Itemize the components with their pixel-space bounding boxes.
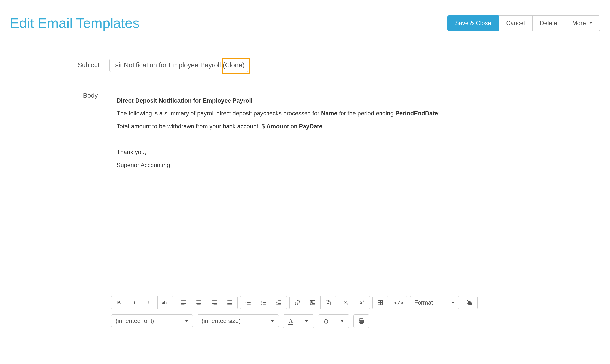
subscript-button[interactable]: x2 [339, 296, 354, 309]
subject-input[interactable] [109, 59, 248, 72]
svg-point-17 [245, 302, 246, 303]
page-title: Edit Email Templates [10, 15, 140, 31]
clear-formatting-button[interactable] [462, 296, 477, 309]
highlight-color-button[interactable] [318, 315, 334, 328]
drop-icon [323, 318, 329, 324]
format-select-label: Format [414, 299, 433, 306]
code-group: </> [391, 296, 407, 309]
highlight-color-group [318, 314, 349, 328]
text-style-group: B I U abc [111, 296, 173, 309]
number-list-icon: 123 [260, 299, 267, 306]
font-color-group: A [283, 314, 314, 328]
font-color-menu-button[interactable] [299, 315, 314, 328]
strikethrough-button[interactable]: abc [157, 296, 173, 309]
font-color-button[interactable]: A [283, 315, 299, 328]
align-group [176, 296, 238, 309]
table-button[interactable] [373, 296, 388, 309]
align-right-button[interactable] [207, 296, 222, 309]
more-button[interactable]: More [565, 15, 600, 31]
header-action-group: Save & Close Cancel Delete More [447, 15, 600, 31]
font-size-label: (inherited size) [202, 317, 241, 324]
file-button[interactable] [320, 296, 336, 309]
form-area: Subject Body Direct Deposit Notification… [0, 41, 596, 359]
font-family-label: (inherited font) [116, 317, 154, 324]
superscript-button[interactable]: x2 [354, 296, 370, 309]
font-family-select[interactable]: (inherited font) [111, 314, 193, 327]
underline-button[interactable]: U [142, 296, 157, 309]
editor-content[interactable]: Direct Deposit Notification for Employee… [110, 91, 584, 292]
image-icon [309, 299, 316, 306]
print-group [353, 314, 369, 328]
save-close-button[interactable]: Save & Close [447, 15, 499, 31]
table-group [372, 296, 388, 309]
subject-label: Subject [10, 59, 109, 69]
number-list-button[interactable]: 123 [256, 296, 271, 309]
subject-input-wrap [109, 59, 248, 72]
align-left-icon [180, 299, 187, 306]
caret-down-icon [185, 320, 188, 322]
body-line2a: Total amount to be withdrawn from your b… [117, 123, 267, 130]
link-button[interactable] [290, 296, 305, 309]
clear-format-icon [466, 299, 473, 306]
indent-button[interactable] [271, 296, 287, 309]
align-justify-icon [227, 299, 233, 306]
italic-button[interactable]: I [127, 296, 142, 309]
align-justify-button[interactable] [222, 296, 237, 309]
caret-down-icon [589, 22, 592, 24]
body-label: Body [10, 89, 108, 99]
svg-point-18 [245, 304, 246, 305]
subject-row: Subject [10, 59, 586, 72]
body-line2c: . [322, 123, 324, 130]
body-line2b: on [289, 123, 299, 130]
svg-point-16 [245, 301, 246, 301]
align-center-icon [196, 299, 202, 306]
print-button[interactable] [354, 315, 369, 328]
file-icon [325, 299, 331, 306]
body-line1a: The following is a summary of payroll di… [117, 110, 321, 117]
rich-text-editor: Direct Deposit Notification for Employee… [108, 89, 586, 331]
body-signature: Superior Accounting [117, 162, 577, 169]
caret-down-icon [451, 302, 455, 304]
highlight-color-menu-button[interactable] [334, 315, 349, 328]
align-left-button[interactable] [176, 296, 191, 309]
bold-button[interactable]: B [111, 296, 127, 309]
body-heading: Direct Deposit Notification for Employee… [117, 97, 253, 104]
code-view-button[interactable]: </> [391, 296, 407, 309]
delete-button[interactable]: Delete [533, 15, 565, 31]
link-icon [294, 299, 301, 306]
align-right-icon [211, 299, 218, 306]
list-group: 123 [240, 296, 287, 309]
bullet-list-button[interactable] [240, 296, 256, 309]
svg-rect-33 [310, 300, 315, 305]
body-line1b: for the period ending [337, 110, 395, 117]
caret-down-icon [271, 320, 274, 322]
editor-toolbar-row2: (inherited font) (inherited size) A [111, 314, 583, 328]
body-line1c: : [438, 110, 440, 117]
insert-group [289, 296, 336, 309]
token-period-end-date: PeriodEndDate [395, 110, 438, 117]
indent-icon [276, 299, 282, 306]
svg-marker-32 [277, 302, 278, 303]
font-size-select[interactable]: (inherited size) [197, 314, 279, 327]
page-header: Edit Email Templates Save & Close Cancel… [0, 0, 610, 41]
svg-text:3: 3 [261, 303, 262, 305]
cancel-button[interactable]: Cancel [499, 15, 533, 31]
token-name: Name [321, 110, 337, 117]
editor-toolbar: B I U abc [108, 293, 586, 331]
token-paydate: PayDate [299, 123, 322, 130]
bullet-list-icon [245, 299, 251, 306]
body-row: Body Direct Deposit Notification for Emp… [10, 89, 586, 331]
token-amount: Amount [267, 123, 289, 130]
format-select[interactable]: Format [410, 296, 459, 309]
more-button-label: More [572, 20, 586, 27]
table-icon [377, 299, 383, 306]
script-group: x2 x2 [339, 296, 370, 309]
align-center-button[interactable] [191, 296, 207, 309]
image-button[interactable] [305, 296, 320, 309]
clear-group [462, 296, 478, 309]
body-thanks: Thank you, [117, 149, 577, 156]
print-icon [358, 318, 365, 324]
